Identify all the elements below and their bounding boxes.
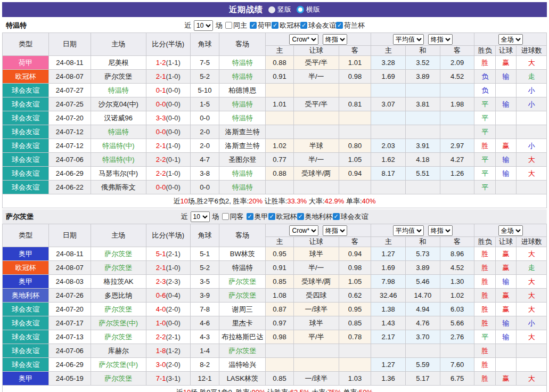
league-filter-奥甲[interactable]: ✓奥甲 [247,212,268,222]
checkbox-checked-icon[interactable]: ✓ [297,213,304,220]
checkbox-unchecked-icon[interactable] [225,22,232,29]
same-away-filter[interactable]: 同客 [222,212,244,222]
handicap-cell: 受球半/两 [293,167,339,181]
avg-draw-cell: 3.89 [406,261,440,275]
checkbox-checked-icon[interactable]: ✓ [300,22,307,29]
away-odds-cell: 1.05 [339,153,371,167]
col-header-away: 客场 [219,33,266,56]
average-select[interactable]: 平均值 [393,34,424,45]
handicap-cell: 一/球半 [293,303,339,316]
halftime-score: (2-1) [166,250,180,258]
layout-radio-vertical[interactable]: 竖版 [268,5,291,14]
away-odds-cell: 0.95 [339,303,371,316]
radio-vertical-label[interactable]: 竖版 [277,5,291,14]
full-match-select[interactable]: 全场 [498,225,523,236]
radio-horizontal-label[interactable]: 横版 [306,5,320,14]
same-home-label[interactable]: 同主 [233,21,247,30]
checkbox-checked-icon[interactable]: ✓ [268,213,275,220]
checkbox-checked-icon[interactable]: ✓ [336,22,343,29]
avg-draw-cell [406,344,440,358]
avg-home-cell [371,111,406,125]
fulltime-score: 1-2 [156,59,166,67]
checkbox-checked-icon[interactable]: ✓ [250,22,257,29]
match-count-select[interactable]: 10 [194,20,213,31]
same-away-label[interactable]: 同客 [230,212,244,222]
handicap-cell: 球半 [293,247,339,261]
league-filter-欧冠杯[interactable]: ✓欧冠杯 [268,212,297,222]
full-match-select[interactable]: 全场 [498,34,523,45]
summary-stat-label: 近 [176,388,183,392]
league-filter-label[interactable]: 欧冠杯 [280,21,300,30]
home-team-cell: 多恩比纳 [91,289,146,303]
subcol-avg-home: 主 [371,46,406,56]
league-filter-奥地利杯[interactable]: ✓奥地利杯 [297,212,333,222]
summary-stat-value: 62.5% [290,388,310,392]
radio-selected-icon[interactable] [297,6,304,13]
league-filter-label[interactable]: 荷兰杯 [344,21,365,30]
handicap-result-cell: 赢 [495,289,516,303]
bookmaker-select[interactable]: Crow* [289,34,318,45]
layout-radio-horizontal[interactable]: 横版 [297,5,320,14]
results-table: 类型 日期 主场 比分(半场) 角球 客场 Crow* 终指 平均值 终指 [2,32,547,208]
league-filter-label[interactable]: 球会友谊 [308,21,336,30]
col-header-away: 客场 [219,224,266,247]
date-cell: 24-07-17 [48,316,91,330]
team-section-twente: 特温特 近 10 场 同主 ✓荷甲✓欧冠杯✓球会友谊✓荷兰杯 类型 日期 主场 [2,18,547,208]
league-filter-荷兰杯[interactable]: ✓荷兰杯 [336,21,365,30]
avg-home-cell [371,181,406,194]
corner-cell: 1-5 [190,97,219,111]
away-team-cell: 里杰卡 [219,316,266,330]
checkbox-unchecked-icon[interactable] [222,213,229,220]
match-count-select[interactable]: 10 [191,211,210,222]
avg-draw-cell: 4.76 [406,316,440,330]
league-type-cell: 球会友谊 [3,316,49,330]
fulltime-score: 2-1 [156,142,166,150]
checkbox-checked-icon[interactable]: ✓ [333,213,340,220]
bookmaker-select[interactable]: Crow* [289,225,318,236]
goals-result-cell: 大 [517,289,547,303]
handicap-result-cell: 输 [495,330,516,344]
handicap-cell: 平/半 [293,330,339,344]
league-filter-label[interactable]: 奥甲 [255,212,268,222]
odds-time-select[interactable]: 终指 [323,225,347,236]
league-filter-荷甲[interactable]: ✓荷甲 [250,21,272,30]
corner-cell: 3-5 [190,275,219,289]
league-filter-label[interactable]: 奥地利杯 [305,212,333,222]
checkbox-checked-icon[interactable]: ✓ [272,22,278,29]
avg-away-cell: 6.03 [440,303,474,316]
winloss-result-cell: 胜 [474,316,495,330]
avg-home-cell: 32.46 [371,289,406,303]
away-team-cell: LASK林茨 [219,372,266,386]
league-filter-球会友谊[interactable]: ✓球会友谊 [300,21,336,30]
home-odds-cell: 0.88 [266,167,294,181]
league-type-cell: 球会友谊 [3,358,49,372]
avg-home-cell: 1.27 [371,358,406,372]
same-home-filter[interactable]: 同主 [225,21,247,30]
subcol-odds-home: 主 [266,237,294,247]
match-row: 球会友谊24-07-17萨尔茨堡(中)1-0(0-0)4-6里杰卡0.97球半0… [3,316,547,330]
score-cell: 2-2(0-1) [146,153,190,167]
winloss-result-cell: 胜 [474,372,495,386]
goals-result-cell [517,344,547,358]
corner-cell: 3-8 [190,167,219,181]
league-filter-欧冠杯[interactable]: ✓欧冠杯 [272,21,300,30]
average-select[interactable]: 平均值 [393,225,424,236]
away-odds-cell [339,111,371,125]
avg-draw-cell: 4.94 [406,303,440,316]
league-filter-label[interactable]: 球会友谊 [341,212,368,222]
league-type-cell: 球会友谊 [3,111,49,125]
league-filter-label[interactable]: 欧冠杯 [276,212,297,222]
avg-draw-cell: 3.91 [406,139,440,153]
fulltime-score: 3-3 [156,114,166,122]
checkbox-checked-icon[interactable]: ✓ [247,213,253,220]
col-header-date: 日期 [48,33,91,56]
away-team-cell: 布拉格斯巴达 [219,330,266,344]
league-filter-球会友谊[interactable]: ✓球会友谊 [333,212,368,222]
radio-unselected-icon[interactable] [268,6,275,13]
league-filter-label[interactable]: 荷甲 [258,21,272,30]
odds-time-select[interactable]: 终指 [323,34,347,45]
average-time-select[interactable]: 终指 [428,34,453,45]
summary-stat-value: 40% [362,197,376,205]
average-time-select[interactable]: 终指 [428,225,453,236]
date-cell: 24-07-12 [48,139,91,153]
